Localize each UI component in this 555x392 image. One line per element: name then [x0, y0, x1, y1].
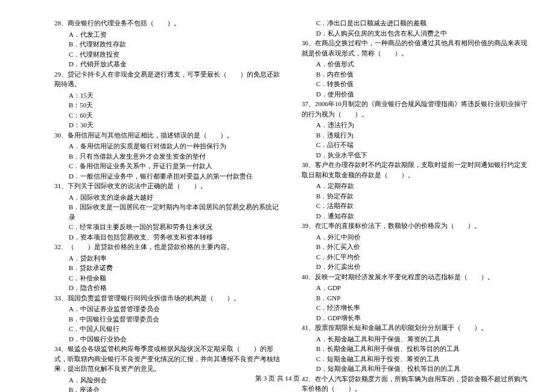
option-text: D．隐含价格: [54, 283, 284, 293]
option-text: B．代理财政性存款: [54, 39, 284, 49]
option-text: A：15天: [54, 90, 284, 101]
option-text: B．只有当借款人发生意外才会发生资金的垫付: [54, 151, 284, 162]
option-text: C．补偿余额: [54, 273, 284, 283]
option-text: A．国际收支的逆余越大越好: [54, 192, 284, 203]
question-text: 28、商业银行的代理业务不包括（ ）。: [54, 18, 284, 28]
question-text: 36、在商品交换过程中，一种商品的价值通过其他具有相同价值的商品来表现就是价值表…: [302, 38, 531, 58]
option-text: B．长期金融工具和用于保值、投机等目的的工具: [302, 344, 531, 354]
page-footer: 第 3 页 共 14 页: [0, 374, 555, 383]
option-text: A．定期存款: [302, 181, 531, 191]
option-text: B．违规行为: [302, 130, 531, 141]
option-text: C．短期金融工具和用于投资、筹资的工具: [302, 354, 531, 364]
question-text: 38、客户在办理存款时不约定存款期限，支取时提前一定时间通知银行约定支取日期和支…: [302, 160, 531, 180]
option-text: B．内在价值: [302, 69, 531, 80]
option-text: C．品行不端: [302, 140, 531, 150]
option-text: D．外汇卖出价: [302, 262, 531, 272]
option-text: C．净出口是出口额减去进口额的差额: [302, 18, 531, 28]
question-text: 32、（ ）是贷款价格的主体，也是贷款价格的主要内容。: [54, 242, 284, 252]
question-text: 37、2006年10月制定的《商业银行合规风险管理指南》将违反银行业职业操守的行…: [302, 99, 531, 119]
question-text: 34、银监会各级监管机构应每季度或根据风险状况不定期采取（ ）的形式，听取辖内商…: [54, 344, 284, 374]
question-text: 30、备用信用证与其他信用证相比，描述错误的是（ ）。: [54, 130, 284, 141]
option-text: D．资本项目包括贸易收支、劳务收支和资本转移: [54, 232, 284, 242]
option-text: C．经常项目主要反映一国的贸易和劳务往来状况: [54, 222, 284, 232]
option-text: D．执业水平低下: [302, 150, 531, 160]
option-text: B．国际收支是一国居民在一定时期内与非本国居民的贸易交易的系统记录: [54, 202, 284, 222]
option-text: B．中国银行业监督管理委员会: [54, 314, 284, 324]
question-text: 41、股票按期限长短和金融工具的职能划分分别属于（ ）。: [302, 323, 531, 333]
option-text: A．价值形式: [302, 59, 531, 69]
option-text: D．通知存款: [302, 211, 531, 221]
option-text: C．中国人民银行: [54, 324, 284, 334]
option-text: C．经济增长率: [302, 303, 531, 313]
option-text: A．贷款利率: [54, 253, 284, 264]
option-text: D．GDP增长率: [302, 313, 531, 323]
option-text: B：50天: [54, 100, 284, 110]
option-text: A．GDP: [302, 283, 531, 293]
option-text: C．备用信用证业务关系中，开证行是第一付款人: [54, 161, 284, 171]
option-text: D．一般信用证业务中，银行都要承担对受益人的第一付款责任: [54, 171, 284, 182]
option-text: A．外汇中间价: [302, 232, 531, 242]
question-text: 39、在汇率的直接标价法下，数额较小的价格应为（ ）。: [302, 221, 531, 231]
option-text: C．活期存款: [302, 201, 531, 211]
right-column: C．净出口是出口额减去进口额的差额D．私人购买住房的支出包含在私人消费之中36、…: [302, 18, 531, 392]
option-text: C：60天: [54, 110, 284, 121]
option-text: C．转换价值: [302, 79, 531, 89]
option-text: A．中国证券业监督管理委员会: [54, 304, 284, 314]
option-text: C．外汇平均价: [302, 252, 531, 262]
question-text: 40、反映一定时期经济发展水平变化程度的动态指标是（ ）。: [302, 272, 531, 282]
exam-page: 28、商业银行的代理业务不包括（ ）。A．代发工资B．代理财政性存款C．代理财政…: [0, 0, 555, 392]
option-text: D．代销开放式基金: [54, 59, 284, 69]
option-text: D：30天: [54, 120, 284, 130]
option-text: B．外汇买入价: [302, 242, 531, 252]
question-text: 33、我国负责监督管理银行间同业拆借市场的机构是（ ）。: [54, 293, 284, 303]
option-text: B．GNP: [302, 293, 531, 303]
option-text: B．贷款承诺费: [54, 263, 284, 273]
option-text: B．座谈会: [54, 385, 284, 392]
option-text: D．中国银行业协会: [54, 334, 284, 344]
question-text: 29、贷记卡持卡人在非现金交易是进行透支，可享受最长（ ）的免息还款期待遇。: [54, 69, 284, 89]
option-text: D．使用价值: [302, 89, 531, 100]
option-text: A．代发工资: [54, 30, 284, 40]
left-column: 28、商业银行的代理业务不包括（ ）。A．代发工资B．代理财政性存款C．代理财政…: [54, 18, 284, 392]
question-text: 31、下列关于国际收支的说法中正确的是（ ）。: [54, 181, 284, 191]
option-text: B．协定存款: [302, 191, 531, 201]
option-text: D．私人购买住房的支出包含在私人消费之中: [302, 28, 531, 39]
option-text: C．代理财政投资: [54, 49, 284, 60]
option-text: A．长期金融工具和用于保值、筹资的工具: [302, 334, 531, 344]
option-text: A．违法行为: [302, 120, 531, 130]
option-text: D．短期金融工具和用于保值、投机等目的的工具: [302, 364, 531, 374]
option-text: A．备用信用证的实质是银行对借款人的一种担保行为: [54, 141, 284, 151]
